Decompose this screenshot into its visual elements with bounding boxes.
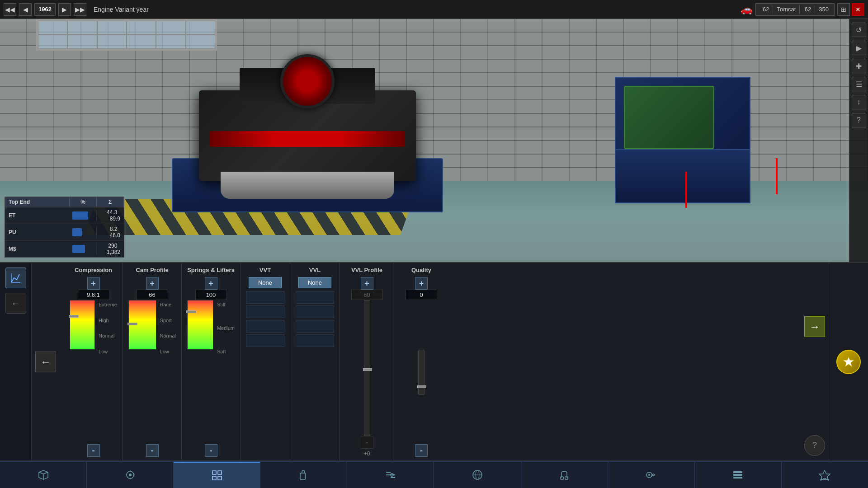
bnav-item-8[interactable] (608, 462, 695, 488)
cam-profile-section: Cam Profile + 66 Race Sport Normal Low - (123, 263, 182, 460)
springs-slider[interactable] (187, 300, 213, 350)
bottom-panel: ← ← Compression + 9.6:1 Extreme High (0, 262, 868, 488)
graph-btn[interactable] (5, 267, 26, 288)
vvl-profile-section: VVL Profile + 60 - +0 (340, 263, 394, 460)
nav-right-container: → ? (801, 263, 829, 460)
window-controls: ⊞ ✕ (837, 3, 864, 16)
nav-right-btn[interactable]: → (804, 316, 825, 337)
cam-slider-row: Race Sport Normal Low (128, 300, 176, 444)
vvt-section: VVT None (241, 263, 290, 460)
vvt-options (246, 291, 284, 347)
vvl-none-btn[interactable]: None (298, 277, 331, 288)
car-name: Tomcat (777, 6, 796, 13)
stats-row-ms: M$ 290 1,382 (5, 241, 124, 257)
car-year-badge: '62 (761, 6, 769, 13)
svg-line-4 (43, 472, 48, 474)
vvl-profile-title: VVL Profile (351, 267, 382, 273)
prev-prev-btn[interactable]: ◀◀ (4, 3, 16, 16)
add-btn[interactable]: ✚ (852, 59, 866, 73)
vvt-opt-4[interactable] (246, 334, 284, 347)
vvl-delta: +0 (364, 450, 370, 457)
vvl-profile-minus[interactable]: - (361, 436, 373, 449)
bnav-item-1[interactable] (0, 462, 87, 488)
svg-rect-15 (218, 476, 222, 480)
vvl-track[interactable] (364, 300, 370, 436)
move-btn[interactable]: ↕ (852, 95, 866, 109)
quality-slider[interactable] (418, 350, 425, 395)
fullscreen-btn[interactable]: ⊞ (837, 3, 850, 16)
back-btn[interactable]: ← (5, 293, 26, 314)
compression-plus[interactable]: + (87, 277, 100, 290)
svg-rect-14 (212, 476, 216, 480)
quality-plus[interactable]: + (415, 277, 428, 290)
cam-slider[interactable] (128, 300, 156, 350)
rotate-btn[interactable]: ↺ (852, 23, 866, 37)
cam-minus[interactable]: - (146, 444, 159, 457)
springs-title: Springs & Lifters (187, 267, 235, 273)
compression-slider[interactable] (70, 300, 95, 350)
svg-rect-30 (733, 477, 742, 479)
springs-value: 100 (195, 290, 227, 300)
vvt-title: VVT (259, 267, 271, 273)
svg-rect-28 (733, 471, 742, 473)
car-year-badge2: '62 (803, 6, 811, 13)
stats-value-pu: 8.2 46.0 (97, 224, 124, 240)
bnav-item-6[interactable] (434, 462, 521, 488)
prev-btn[interactable]: ◀ (19, 3, 32, 16)
stats-col-pct: % (70, 197, 97, 207)
vvt-none-btn[interactable]: None (249, 277, 282, 288)
params-area: Compression + 9.6:1 Extreme High Normal … (60, 263, 801, 460)
left-icon-panel: ← (0, 263, 32, 460)
cam-plus[interactable]: + (146, 277, 159, 290)
svg-marker-2 (843, 357, 854, 367)
bnav-item-5[interactable] (347, 462, 434, 488)
vvl-opt-2[interactable] (296, 305, 334, 318)
play-btn[interactable]: ▶ (852, 41, 866, 55)
quality-minus[interactable]: - (415, 444, 428, 457)
quality-value: 0 (406, 290, 437, 300)
vvl-title: VVL (309, 267, 321, 273)
springs-labels: Stiff Medium Soft (217, 300, 235, 354)
stats-bar-ms (70, 243, 97, 255)
bnav-item-7[interactable] (521, 462, 608, 488)
quality-gold-btn[interactable] (836, 350, 861, 374)
svg-marker-31 (819, 470, 830, 480)
compression-title: Compression (75, 267, 112, 273)
springs-minus[interactable]: - (205, 444, 217, 457)
vvl-profile-plus[interactable]: + (361, 277, 373, 290)
cam-title: Cam Profile (136, 267, 168, 273)
next-btn[interactable]: ▶ (58, 3, 71, 16)
vvl-opt-1[interactable] (296, 291, 334, 304)
svg-rect-24 (561, 477, 563, 479)
cam-labels: Race Sport Normal Low (160, 300, 176, 354)
vvl-opt-3[interactable] (296, 320, 334, 333)
vvl-opt-4[interactable] (296, 334, 334, 347)
vvt-opt-2[interactable] (246, 305, 284, 318)
vvl-options (296, 291, 334, 347)
compression-minus[interactable]: - (87, 444, 100, 457)
next-next-btn[interactable]: ▶▶ (74, 3, 86, 16)
close-btn[interactable]: ✕ (852, 3, 864, 16)
stats-row-pu: PU 8.2 46.0 (5, 224, 124, 241)
help-btn[interactable]: ? (852, 113, 866, 127)
bnav-item-2[interactable] (87, 462, 174, 488)
svg-point-27 (648, 474, 650, 476)
vvl-section: VVL None (290, 263, 340, 460)
car-rpm: 350 (819, 6, 829, 13)
menu-btn[interactable]: ☰ (852, 77, 866, 91)
nav-left-btn[interactable]: ← (35, 352, 56, 372)
dyno-machine (615, 77, 750, 203)
vvt-opt-3[interactable] (246, 320, 284, 333)
springs-slider-row: Stiff Medium Soft (187, 300, 235, 444)
springs-plus[interactable]: + (205, 277, 217, 290)
bnav-item-10[interactable] (782, 462, 868, 488)
vvt-opt-1[interactable] (246, 291, 284, 304)
stats-value-ms: 290 1,382 (97, 241, 124, 257)
help-circle-btn[interactable]: ? (804, 435, 825, 456)
bnav-item-3[interactable] (174, 462, 260, 488)
vvl-profile-value: 60 (351, 290, 383, 300)
bnav-item-9[interactable] (695, 462, 782, 488)
bottom-nav (0, 461, 868, 488)
bnav-item-4[interactable] (260, 462, 347, 488)
quality-gold-container (829, 263, 868, 460)
